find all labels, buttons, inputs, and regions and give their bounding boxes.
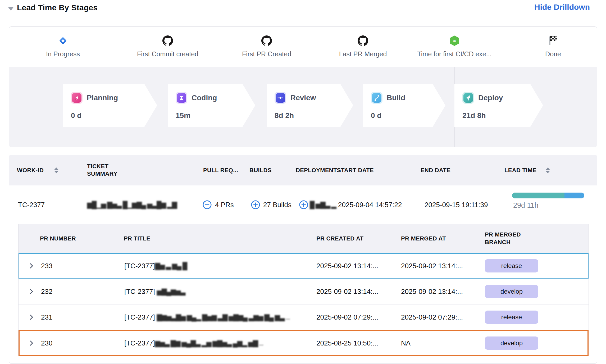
github-icon [357,35,368,46]
sort-icon-lead-time[interactable] [546,167,550,173]
branch-badge: develop [485,285,538,298]
stage-duration: 0 d [71,111,81,120]
coding-hourglass-icon [176,92,187,104]
milestone-label: Time for first CI/CD exe... [399,50,510,58]
hide-drilldown-link[interactable]: Hide Drilldown [534,3,590,12]
col-pr-merged-branch: PR MERGED BRANCH [485,231,532,246]
stage-duration: 15m [176,111,190,120]
stage-name: Coding [192,94,217,102]
stage-name: Review [290,94,316,102]
stage-review: Review 8d 2h [267,84,353,127]
chevron-right-icon[interactable] [28,340,35,347]
pr-created-at: 2025-08-25 10:50:... [316,339,378,347]
stage-divider [553,67,553,147]
branch-badge: release [485,311,538,324]
stage-coding: Coding 15m [168,84,255,127]
milestone-in-progress: In Progress [9,35,119,58]
chevron-right-icon[interactable] [28,262,35,269]
build-branch-icon [371,92,382,104]
collapse-triangle-icon[interactable] [8,7,14,11]
builds-count: 27 Builds [263,201,291,209]
pr-merged-at: 2025-09-02 07:29:... [401,313,463,321]
pr-row[interactable]: 230 [TC-2377]▆▅▃ ▇▆ ▅▄▇▃ ▂▅ ▆▇▅▃ ▄▆▂ ▅▇ … [19,330,589,356]
pull-requests-count: 4 PRs [215,201,234,209]
pr-merged-at: 2025-09-02 13:14:... [401,262,463,270]
branch-badge: release [485,259,538,272]
col-lead-time: LEAD TIME [504,166,536,174]
review-commit-icon [275,92,286,104]
sort-icon-work-id[interactable] [54,167,58,173]
work-items-panel: WORK-ID TICKET SUMMARY PULL REQ... BUILD… [9,155,597,364]
milestone-first-commit: First Commit created [112,35,223,58]
start-date-value: 2025-09-04 14:57:22 [338,201,402,209]
work-table-header: WORK-ID TICKET SUMMARY PULL REQ... BUILD… [9,155,597,185]
lead-time-bar-teal-segment [512,193,564,198]
milestone-label: Done [498,50,597,58]
pr-title-redacted: ▆▅▃ ▇▆ ▅▄▇▃ ▂▅ ▆▇▅▃ ▄▆▂ ▅▇ ... [155,339,263,347]
stage-band: Planning 0 d Coding 15m Revi [9,67,597,147]
col-ticket-summary: TICKET SUMMARY [87,163,133,178]
page-title: Lead Time By Stages [17,3,98,12]
milestone-label: First PR Created [211,50,322,58]
expand-builds-icon[interactable] [250,200,261,210]
col-pr-merged-at: PR MERGED AT [401,235,446,243]
stage-deploy: Deploy 21d 8h [454,84,543,127]
end-date-value: 2025-09-15 19:11:39 [425,201,488,209]
github-icon [162,35,173,46]
stage-duration: 21d 8h [462,111,486,120]
pr-table: PR NUMBER PR TITLE PR CREATED AT PR MERG… [18,224,589,356]
lead-time-bar [512,193,584,198]
pr-title: [TC-2377] ▅▇▄▆▅▃ [124,288,185,296]
collapse-prs-icon[interactable] [202,200,212,210]
milestone-label: First Commit created [112,50,223,58]
col-pull-requests: PULL REQ... [203,166,238,174]
col-end-date: END DATE [421,166,450,174]
col-start-date: START DATE [337,166,374,174]
pr-number: 233 [41,262,52,270]
chevron-right-icon[interactable] [28,288,35,295]
pr-title: [TC-2377]▆▅▃ ▇▆ ▅▄▇▃ ▂▅ ▆▇▅▃ ▄▆▂ ▅▇ ... [124,339,263,347]
jira-status-icon [57,35,69,46]
pr-row[interactable]: 233 [TC-2377]▇▅ ▃ ▆▄ █ 2025-09-02 13:14:… [19,253,589,279]
checkered-flag-icon [548,35,559,46]
pr-merged-at: 2025-09-02 13:14:... [401,288,463,296]
pr-row[interactable]: 232 [TC-2377] ▅▇▄▆▅▃ 2025-09-02 13:14:..… [19,279,589,304]
pr-title: [TC-2377] ▇▆▅▃▇▅ ▆▄▂ ▇▅▆ ▃▇ ▅▇▆▄ ▃▆▅ ▇▄ … [124,313,290,321]
expand-deployments-icon[interactable] [299,200,309,210]
cicd-infinity-icon: ∞ [449,35,460,46]
col-pr-number: PR NUMBER [40,235,76,243]
pr-row[interactable]: 231 [TC-2377] ▇▆▅▃▇▅ ▆▄▂ ▇▅▆ ▃▇ ▅▇▆▄ ▃▆▅… [19,304,589,330]
pr-title: [TC-2377]▇▅ ▃ ▆▄ █ [124,262,187,270]
deploy-rocket-icon [462,92,474,104]
milestone-first-pr: First PR Created [211,35,322,58]
pr-table-header: PR NUMBER PR TITLE PR CREATED AT PR MERG… [19,224,589,253]
stage-duration: 0 d [371,111,381,120]
pr-number: 230 [41,339,52,347]
planning-icon [71,92,83,104]
stage-name: Planning [87,94,118,102]
pipeline-panel: In Progress First Commit created First P… [9,26,597,147]
pr-created-at: 2025-09-02 13:14:... [316,262,378,270]
milestone-cicd: ∞ Time for first CI/CD exe... [399,35,510,58]
pr-title-redacted: ▇▆▅▃▇▅ ▆▄▂ ▇▅▆ ▃▇ ▅▇▆▄ ▃▆▅ ▇▄ ▆▃ ... [157,313,290,321]
branch-badge: develop [485,336,538,350]
col-pr-title: PR TITLE [124,235,150,243]
chevron-right-icon[interactable] [28,314,35,321]
work-id-value: TC-2377 [18,201,45,209]
lead-time-value: 29d 11h [513,201,539,210]
lead-time-drilldown-view: Lead Time By Stages Hide Drilldown In Pr… [0,0,606,364]
col-pr-created-at: PR CREATED AT [316,235,363,243]
milestone-label: In Progress [9,50,119,58]
pr-created-at: 2025-09-02 07:29:... [316,313,378,321]
work-item-row[interactable]: TC-2377 ▆█▁▅ ▇▅▃ █▁▆▇▄ ▅▃█▆ ▂▇ 4 PRs 27 … [9,185,597,224]
col-builds: BUILDS [249,166,272,174]
stage-duration: 8d 2h [275,111,294,120]
deployments-redacted: █ ▅▇▃ ▂ [310,201,336,209]
pr-title-redacted: ▇▅ ▃ ▆▄ █ [155,262,187,270]
github-icon [261,35,272,46]
pr-merged-at: NA [401,339,411,347]
stage-build: Build 0 d [363,84,445,127]
col-work-id: WORK-ID [17,166,44,174]
col-deployments: DEPLOYMENTS [296,166,341,174]
section-header: Lead Time By Stages Hide Drilldown [0,0,606,19]
